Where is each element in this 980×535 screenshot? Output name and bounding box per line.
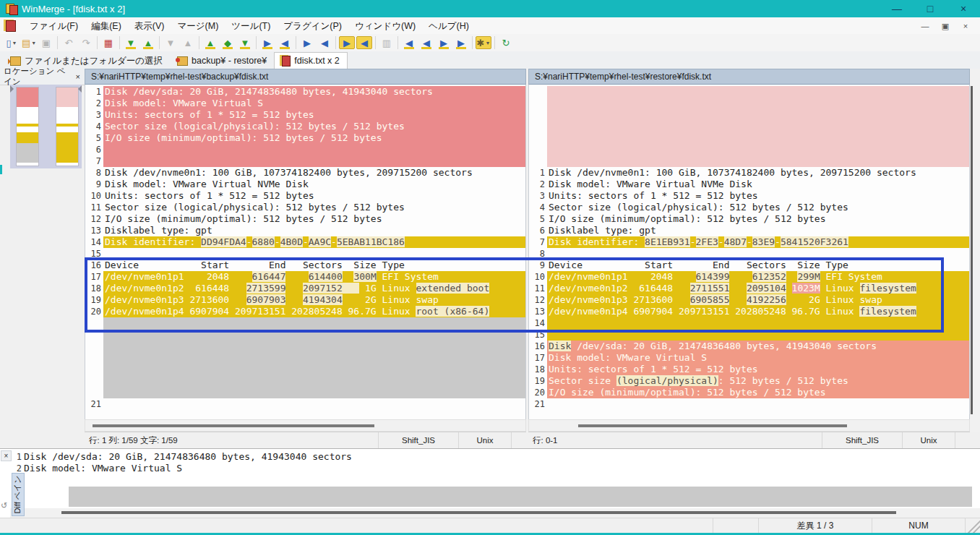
code-row[interactable]: 16Disk /dev/sda: 20 GiB, 21474836480 byt… xyxy=(529,341,969,352)
right-eol-style[interactable]: Unix xyxy=(903,432,955,449)
code-row[interactable] xyxy=(85,341,525,352)
last-difference-button[interactable]: ▼ xyxy=(237,35,253,50)
last-file-button[interactable]: ▶ xyxy=(453,35,469,50)
code-row[interactable]: 14 xyxy=(529,317,969,329)
open-button[interactable]: ▤▼ xyxy=(21,35,37,50)
code-row[interactable]: 2Disk model: VMware Virtual NVMe Disk xyxy=(529,179,969,190)
code-row[interactable]: 5I/O size (minimum/optimal): 512 bytes /… xyxy=(529,213,969,225)
code-row[interactable]: 4Sector size (logical/physical): 512 byt… xyxy=(85,121,525,132)
next-file-button[interactable]: ▶ xyxy=(436,35,452,50)
code-row[interactable]: 21 xyxy=(85,398,525,410)
menu-item[interactable]: ツール(T) xyxy=(225,18,277,34)
code-row[interactable]: 1Disk /dev/nvme0n1: 100 GiB, 10737418240… xyxy=(529,167,969,179)
diff-pane-caption[interactable]: Diff ペイン xyxy=(12,473,25,516)
right-hscroll-thumb[interactable] xyxy=(578,424,847,427)
copy-to-left-button[interactable]: ◀ xyxy=(277,35,293,50)
tab-file-compare[interactable]: fdisk.txt x 2 xyxy=(274,52,348,69)
code-row[interactable] xyxy=(85,352,525,364)
code-row[interactable]: 12/dev/nvme0n1p3 2713600 6905855 4192256… xyxy=(529,294,969,306)
copy-right-and-advance-button[interactable]: ▶ xyxy=(299,35,315,50)
left-hscroll-thumb[interactable] xyxy=(93,424,374,427)
code-row[interactable]: 6 xyxy=(85,144,525,155)
vscroll-thumb[interactable] xyxy=(971,86,973,414)
code-row[interactable]: 9Disk model: VMware Virtual NVMe Disk xyxy=(85,179,525,190)
code-row[interactable]: 13Disklabel type: gpt xyxy=(85,225,525,236)
copy-left-and-advance-button[interactable]: ◀ xyxy=(317,35,332,50)
code-row[interactable] xyxy=(85,317,525,329)
right-file-path-header[interactable]: S:¥nariHTTP¥temp¥rhel-test¥restore¥fdisk… xyxy=(528,69,970,85)
code-row[interactable]: 10Units: sectors of 1 * 512 = 512 bytes xyxy=(85,190,525,202)
maximize-button[interactable]: □ xyxy=(914,0,947,17)
options-button[interactable]: ✱▼ xyxy=(476,36,491,49)
code-row[interactable] xyxy=(529,121,969,132)
location-bar-left[interactable] xyxy=(16,87,39,166)
code-row[interactable]: 15 xyxy=(85,248,525,260)
new-file-button[interactable]: ▯▼ xyxy=(4,35,20,50)
left-eol-style[interactable]: Unix xyxy=(459,432,512,449)
code-row[interactable]: 1Disk /dev/sda: 20 GiB, 21474836480 byte… xyxy=(85,86,525,98)
menu-item[interactable]: プラグイン(P) xyxy=(277,18,348,34)
code-row[interactable] xyxy=(529,109,969,121)
code-row[interactable]: 7Disk identifier: 8E1EB931-2FE3-48D7-83E… xyxy=(529,236,969,248)
code-row[interactable]: 18/dev/nvme0n1p2 616448 2713599 2097152 … xyxy=(85,283,525,294)
code-row[interactable] xyxy=(529,155,969,167)
minimize-button[interactable]: — xyxy=(880,0,914,17)
code-row[interactable]: 11/dev/nvme0n1p2 616448 2711551 2095104 … xyxy=(529,283,969,294)
left-horizontal-scrollbar[interactable] xyxy=(85,419,526,432)
menu-item[interactable]: 編集(E) xyxy=(85,18,128,34)
tab-folder-compare[interactable]: backup¥ - restore¥ xyxy=(170,53,274,69)
code-row[interactable]: 14Disk identifier: DD94FDA4-6880-4B0D-AA… xyxy=(85,236,525,248)
menu-item[interactable]: ファイル(F) xyxy=(23,18,85,34)
copy-to-right-button[interactable]: ▶ xyxy=(259,35,275,50)
code-row[interactable]: 7 xyxy=(85,155,525,167)
code-row[interactable]: 12I/O size (minimum/optimal): 512 bytes … xyxy=(85,213,525,225)
code-row[interactable]: 15 xyxy=(529,329,969,341)
diff-pane-scroll-thumb[interactable] xyxy=(61,511,896,514)
undo-button[interactable]: ↶ xyxy=(61,35,77,50)
code-row[interactable]: 10/dev/nvme0n1p1 2048 614399 612352 299M… xyxy=(529,271,969,283)
right-editor[interactable]: 1Disk /dev/nvme0n1: 100 GiB, 10737418240… xyxy=(528,85,970,419)
save-button[interactable]: ▣ xyxy=(38,35,54,50)
code-row[interactable]: 16Device Start End Sectors Size Type xyxy=(85,260,525,271)
right-horizontal-scrollbar[interactable] xyxy=(528,419,970,432)
code-row[interactable] xyxy=(85,387,525,398)
code-row[interactable] xyxy=(529,86,969,98)
first-file-button[interactable]: ◀ xyxy=(401,35,417,50)
auto-merge-button[interactable]: ▥ xyxy=(379,35,395,50)
code-row[interactable]: 11Sector size (logical/physical): 512 by… xyxy=(85,202,525,213)
refresh-button[interactable]: ↻ xyxy=(498,35,514,50)
right-encoding[interactable]: Shift_JIS xyxy=(822,432,903,449)
code-row[interactable]: 6Disklabel type: gpt xyxy=(529,225,969,236)
diff-pane-scrollbar[interactable] xyxy=(10,508,980,518)
code-row[interactable]: 8 xyxy=(529,248,969,260)
redo-button[interactable]: ↷ xyxy=(78,35,94,50)
left-file-path-header[interactable]: S:¥nariHTTP¥temp¥rhel-test¥backup¥fdisk.… xyxy=(85,69,526,85)
code-row[interactable]: 2Disk model: VMware Virtual S xyxy=(85,98,525,109)
code-row[interactable]: 8Disk /dev/nvme0n1: 100 GiB, 10737418240… xyxy=(85,167,525,179)
first-difference-button[interactable]: ▲ xyxy=(202,35,218,50)
code-row[interactable]: 3Units: sectors of 1 * 512 = 512 bytes xyxy=(85,109,525,121)
previous-conflict-button[interactable]: ▲ xyxy=(180,35,196,50)
code-row[interactable]: 5I/O size (minimum/optimal): 512 bytes /… xyxy=(85,132,525,144)
menu-item[interactable]: ウィンドウ(W) xyxy=(348,18,422,34)
code-row[interactable]: 9Device Start End Sectors Size Type xyxy=(529,260,969,271)
location-pane-close-icon[interactable]: × xyxy=(72,72,85,81)
resize-grip[interactable] xyxy=(966,518,980,534)
mdi-restore-button[interactable]: ▣ xyxy=(935,18,955,34)
view-change-button[interactable]: ▦ xyxy=(100,35,116,50)
next-conflict-button[interactable]: ▼ xyxy=(163,35,179,50)
code-row[interactable]: 17Disk model: VMware Virtual S xyxy=(529,352,969,364)
code-row[interactable] xyxy=(85,375,525,387)
menu-item[interactable]: ヘルプ(H) xyxy=(422,18,476,34)
code-row[interactable]: 17/dev/nvme0n1p1 2048 616447 614400 300M… xyxy=(85,271,525,283)
menu-item[interactable]: 表示(V) xyxy=(128,18,171,34)
code-row[interactable] xyxy=(529,98,969,109)
code-row[interactable]: 4Sector size (logical/physical): 512 byt… xyxy=(529,202,969,213)
copy-all-to-left-button[interactable]: ◀ xyxy=(356,36,372,49)
code-row[interactable]: 3Units: sectors of 1 * 512 = 512 bytes xyxy=(529,190,969,202)
mdi-minimize-button[interactable]: — xyxy=(915,18,935,34)
current-difference-button[interactable]: ◆ xyxy=(220,35,236,50)
location-bar-right[interactable] xyxy=(56,87,79,166)
vertical-scrollbar[interactable] xyxy=(970,69,980,432)
left-editor[interactable]: 1Disk /dev/sda: 20 GiB, 21474836480 byte… xyxy=(85,85,526,419)
